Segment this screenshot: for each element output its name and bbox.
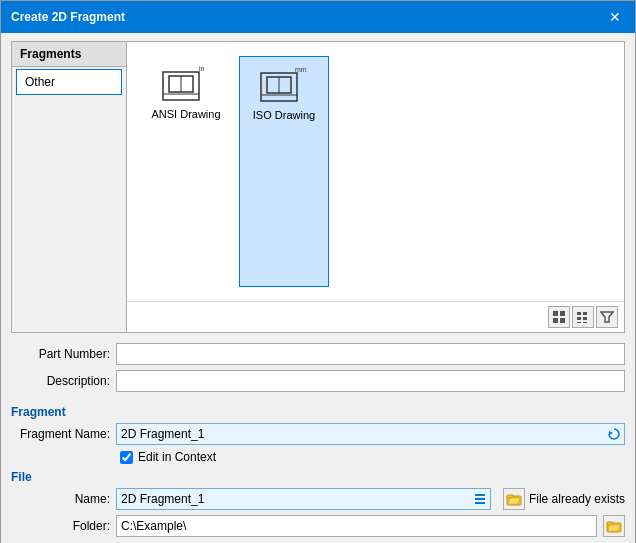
- filter-icon: [600, 310, 614, 324]
- svg-rect-22: [475, 494, 485, 496]
- fragment-icons-area: in ANSI Drawing mm: [127, 42, 624, 301]
- ansi-drawing-icon: in: [161, 64, 211, 104]
- fragment-name-refresh-button[interactable]: [605, 425, 623, 443]
- iso-drawing-item[interactable]: mm ISO Drawing: [239, 56, 329, 287]
- folder-row: Folder:: [11, 515, 625, 537]
- svg-rect-29: [607, 522, 613, 525]
- create-2d-fragment-dialog: Create 2D Fragment ✕ Fragments Other in: [0, 0, 636, 543]
- edit-in-context-checkbox[interactable]: [120, 451, 133, 464]
- title-bar: Create 2D Fragment ✕: [1, 1, 635, 33]
- sidebar-item-other[interactable]: Other: [16, 69, 122, 95]
- svg-rect-17: [583, 317, 587, 320]
- folder-input-wrap: [116, 515, 597, 537]
- main-panel: Fragments Other in: [11, 41, 625, 333]
- dialog-title: Create 2D Fragment: [11, 10, 125, 24]
- edit-in-context-row: Edit in Context: [120, 450, 625, 464]
- left-panel: Fragments Other: [12, 42, 127, 332]
- svg-rect-12: [553, 318, 558, 323]
- dialog-body: Fragments Other in: [1, 33, 635, 543]
- fragment-name-row: Fragment Name:: [11, 423, 625, 445]
- part-number-input[interactable]: [116, 343, 625, 365]
- edit-in-context-label: Edit in Context: [138, 450, 216, 464]
- list-icon: [474, 493, 486, 505]
- file-section: File Name:: [11, 470, 625, 537]
- file-name-label: Name:: [11, 492, 116, 506]
- svg-rect-16: [577, 317, 581, 320]
- toolbar-row: [127, 301, 624, 332]
- part-number-label: Part Number:: [11, 347, 116, 361]
- description-row: Description:: [11, 370, 625, 392]
- fragment-section-title: Fragment: [11, 405, 625, 419]
- file-exists-text: File already exists: [529, 492, 625, 506]
- ansi-drawing-label: ANSI Drawing: [151, 108, 220, 120]
- fragment-name-label: Fragment Name:: [11, 427, 116, 441]
- folder-label: Folder:: [11, 519, 116, 533]
- iso-drawing-icon: mm: [259, 65, 309, 105]
- svg-text:mm: mm: [295, 66, 307, 73]
- right-panel: in ANSI Drawing mm: [127, 42, 624, 332]
- svg-rect-15: [583, 312, 587, 315]
- fragment-name-input[interactable]: [116, 423, 625, 445]
- part-number-row: Part Number:: [11, 343, 625, 365]
- svg-rect-18: [577, 322, 581, 323]
- file-name-list-button[interactable]: [471, 490, 489, 508]
- close-button[interactable]: ✕: [605, 7, 625, 27]
- list-view-icon: [576, 310, 590, 324]
- list-view-button[interactable]: [572, 306, 594, 328]
- refresh-icon: [607, 427, 621, 441]
- svg-rect-24: [475, 502, 485, 504]
- ansi-drawing-item[interactable]: in ANSI Drawing: [141, 56, 231, 287]
- svg-rect-23: [475, 498, 485, 500]
- svg-text:in: in: [199, 65, 205, 72]
- file-name-input-wrap: [116, 488, 491, 510]
- svg-rect-10: [553, 311, 558, 316]
- svg-marker-30: [608, 525, 620, 531]
- file-name-input[interactable]: [116, 488, 491, 510]
- description-input[interactable]: [116, 370, 625, 392]
- filter-button[interactable]: [596, 306, 618, 328]
- svg-rect-26: [507, 495, 513, 498]
- svg-rect-14: [577, 312, 581, 315]
- file-name-row: Name:: [11, 488, 625, 510]
- folder-open-icon: [506, 492, 522, 506]
- folder-browse-icon: [606, 519, 622, 533]
- svg-rect-11: [560, 311, 565, 316]
- folder-browse-button[interactable]: [603, 515, 625, 537]
- file-section-title: File: [11, 470, 625, 484]
- file-name-actions: File already exists: [497, 488, 625, 510]
- fragments-header: Fragments: [12, 42, 126, 67]
- fragment-name-input-wrap: [116, 423, 625, 445]
- file-browse-button[interactable]: [503, 488, 525, 510]
- large-icons-icon: [552, 310, 566, 324]
- svg-marker-21: [609, 431, 613, 435]
- description-label: Description:: [11, 374, 116, 388]
- form-section: Part Number: Description:: [11, 341, 625, 399]
- svg-marker-27: [508, 498, 520, 504]
- svg-rect-19: [583, 322, 587, 323]
- svg-marker-20: [601, 312, 613, 322]
- fragment-section: Fragment Fragment Name: Edit in Context: [11, 405, 625, 464]
- svg-rect-13: [560, 318, 565, 323]
- iso-drawing-label: ISO Drawing: [253, 109, 315, 121]
- large-icons-button[interactable]: [548, 306, 570, 328]
- folder-input[interactable]: [116, 515, 597, 537]
